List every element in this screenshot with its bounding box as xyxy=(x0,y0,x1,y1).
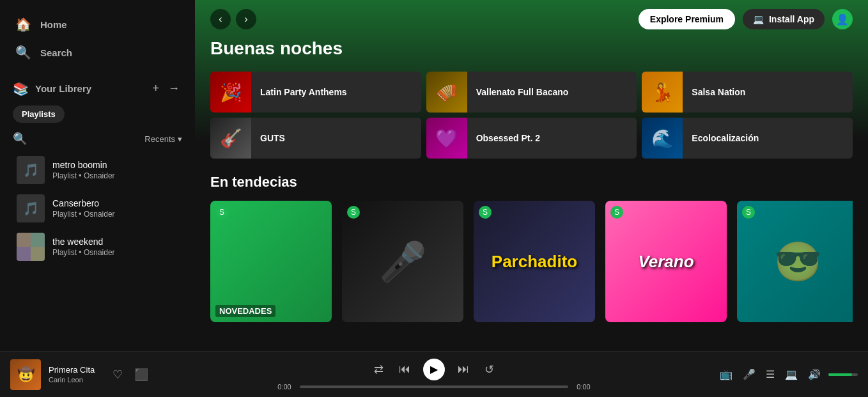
playlist-item-metro[interactable]: 🎵 metro boomin Playlist • Osnaider xyxy=(9,151,186,189)
player-center: ⇄ ⏮ ▶ ⏭ ↺ 0:00 0:00 xyxy=(156,359,712,391)
featured-grid: 🎉 Latin Party Anthems 🪗 Vallenato Full B… xyxy=(210,72,853,159)
playlist-meta-weekend: Playlist • Osnaider xyxy=(52,248,178,257)
device-button[interactable]: 💻 xyxy=(782,366,800,383)
top-bar-right: Explore Premium 💻 Install App 👤 xyxy=(639,9,853,29)
trending-card-parchadito[interactable]: Parchadito S xyxy=(474,201,595,322)
play-pause-button[interactable]: ▶ xyxy=(423,359,445,380)
library-search-icon[interactable]: 🔍 xyxy=(13,132,27,146)
nav-back-button[interactable]: ‹ xyxy=(210,9,231,29)
featured-card-eco[interactable]: 🌊 Ecolocalización xyxy=(642,118,853,159)
library-search-row: 🔍 Recents ▾ xyxy=(5,127,190,148)
player-bar: 🤠 Primera Cita Carin Leon ♡ ⬛ ⇄ ⏮ ▶ ⏭ ↺ … xyxy=(0,351,868,397)
trending-thumb-mansion: 🎤 S xyxy=(342,201,463,322)
top-bar: ‹ › Explore Premium 💻 Install App 👤 xyxy=(195,0,868,38)
player-right: 📺 🎤 ☰ 💻 🔊 xyxy=(717,366,858,383)
featured-thumb-latin: 🎉 xyxy=(210,72,251,113)
library-expand-button[interactable]: → xyxy=(166,79,182,98)
featured-title-eco: Ecolocalización xyxy=(683,133,853,143)
featured-card-vallenato[interactable]: 🪗 Vallenato Full Bacano xyxy=(426,72,637,113)
progress-bar-row: 0:00 0:00 xyxy=(274,383,594,391)
nav-forward-button[interactable]: › xyxy=(236,9,256,29)
library-title-row[interactable]: 📚 Your Librery xyxy=(13,81,91,97)
featured-title-obsessed: Obsessed Pt. 2 xyxy=(467,133,637,143)
next-button[interactable]: ⏭ xyxy=(455,360,472,378)
main-content: ‹ › Explore Premium 💻 Install App 👤 Buen… xyxy=(195,0,868,351)
featured-title-latin: Latin Party Anthems xyxy=(251,87,421,97)
trending-thumb-parchadito: Parchadito S xyxy=(474,201,595,322)
library-title: Your Librery xyxy=(35,83,91,94)
playlist-name-weekend: the weekend xyxy=(52,237,178,247)
featured-card-latin[interactable]: 🎉 Latin Party Anthems xyxy=(210,72,421,113)
home-icon: 🏠 xyxy=(15,17,31,32)
time-current: 0:00 xyxy=(274,383,295,391)
search-icon: 🔍 xyxy=(15,45,31,60)
playlist-thumb-metro: 🎵 xyxy=(17,156,45,184)
featured-title-vallenato: Vallenato Full Bacano xyxy=(467,87,637,97)
user-avatar[interactable]: 👤 xyxy=(832,9,853,29)
volume-button[interactable]: 🔊 xyxy=(805,366,823,383)
player-artist: Carin Leon xyxy=(49,376,102,384)
playlist-item-canserbero[interactable]: 🎵 Canserbero Playlist • Osnaider xyxy=(9,189,186,228)
playlist-info-weekend: the weekend Playlist • Osnaider xyxy=(52,237,178,257)
trending-card-finde[interactable]: 😎 S xyxy=(737,201,853,322)
install-app-button[interactable]: 💻 Install App xyxy=(743,9,825,29)
featured-card-salsa[interactable]: 💃 Salsa Nation xyxy=(642,72,853,113)
sidebar-item-search[interactable]: 🔍 Search xyxy=(8,38,187,66)
playlist-info-canserbero: Canserbero Playlist • Osnaider xyxy=(52,198,178,219)
player-track-text: Primera Cita Carin Leon xyxy=(49,365,102,384)
greeting-title: Buenas noches xyxy=(210,38,853,59)
featured-thumb-eco: 🌊 xyxy=(642,118,683,159)
library-add-button[interactable]: + xyxy=(150,79,162,98)
library-header: 📚 Your Librery + → xyxy=(5,72,190,102)
library-actions: + → xyxy=(150,79,182,98)
playlist-item-weekend[interactable]: the weekend Playlist • Osnaider xyxy=(9,228,186,266)
recents-label: Recents xyxy=(144,134,175,144)
player-track-info: 🤠 Primera Cita Carin Leon ♡ ⬛ xyxy=(10,359,151,390)
featured-card-guts[interactable]: 🎸 GUTS xyxy=(210,118,421,159)
featured-thumb-guts: 🎸 xyxy=(210,118,251,159)
prev-button[interactable]: ⏮ xyxy=(396,360,413,378)
lyrics-button[interactable]: 🎤 xyxy=(740,366,758,383)
featured-card-obsessed[interactable]: 💜 Obsessed Pt. 2 xyxy=(426,118,637,159)
nav-arrows: ‹ › xyxy=(210,9,256,29)
featured-title-salsa: Salsa Nation xyxy=(683,87,853,97)
recents-button[interactable]: Recents ▾ xyxy=(144,134,182,144)
repeat-button[interactable]: ↺ xyxy=(482,360,497,379)
featured-thumb-salsa: 💃 xyxy=(642,72,683,113)
sidebar: 🏠 Home 🔍 Search 📚 Your Librery + → xyxy=(0,0,195,351)
playlist-thumb-canserbero: 🎵 xyxy=(17,194,45,222)
music-note-icon-2: 🎵 xyxy=(23,201,39,216)
install-app-icon: 💻 xyxy=(753,14,764,24)
progress-track[interactable] xyxy=(300,385,568,388)
list-button[interactable]: ☰ xyxy=(763,366,777,383)
player-track-name: Primera Cita xyxy=(49,365,102,375)
pip-button[interactable]: ⬛ xyxy=(132,365,151,384)
sidebar-item-home[interactable]: 🏠 Home xyxy=(8,10,187,38)
explore-premium-button[interactable]: Explore Premium xyxy=(639,9,735,29)
playlist-list: 🎵 metro boomin Playlist • Osnaider 🎵 Can… xyxy=(5,148,190,351)
library-icon: 📚 xyxy=(13,81,29,97)
trending-card-novedades[interactable]: NOVEDADES S xyxy=(210,201,332,322)
sidebar-top: 🏠 Home 🔍 Search xyxy=(0,0,195,72)
playlist-meta-metro: Playlist • Osnaider xyxy=(52,171,178,180)
volume-track[interactable] xyxy=(828,373,858,376)
trending-card-mansion[interactable]: 🎤 S xyxy=(342,201,463,322)
user-avatar-icon: 👤 xyxy=(836,13,849,26)
time-total: 0:00 xyxy=(573,383,594,391)
heart-button[interactable]: ♡ xyxy=(110,365,125,384)
player-thumb-emoji: 🤠 xyxy=(17,366,35,383)
playlist-name-canserbero: Canserbero xyxy=(52,198,178,208)
player-actions: ♡ ⬛ xyxy=(110,365,151,384)
playlist-name-metro: metro boomin xyxy=(52,160,178,170)
playlist-thumb-weekend xyxy=(17,233,45,261)
recents-chevron-icon: ▾ xyxy=(178,134,182,144)
trending-row: NOVEDADES S 🎤 S Parchadito S xyxy=(210,201,853,322)
player-controls: ⇄ ⏮ ▶ ⏭ ↺ xyxy=(371,359,497,380)
queue-button[interactable]: 📺 xyxy=(717,366,735,383)
content-area: Buenas noches 🎉 Latin Party Anthems 🪗 Va… xyxy=(195,38,868,338)
playlists-filter-button[interactable]: Playlists xyxy=(13,105,65,123)
music-note-icon: 🎵 xyxy=(23,162,39,178)
shuffle-button[interactable]: ⇄ xyxy=(371,360,386,379)
trending-card-verano[interactable]: Verano S xyxy=(605,201,727,322)
main-layout: 🏠 Home 🔍 Search 📚 Your Librery + → xyxy=(0,0,868,351)
